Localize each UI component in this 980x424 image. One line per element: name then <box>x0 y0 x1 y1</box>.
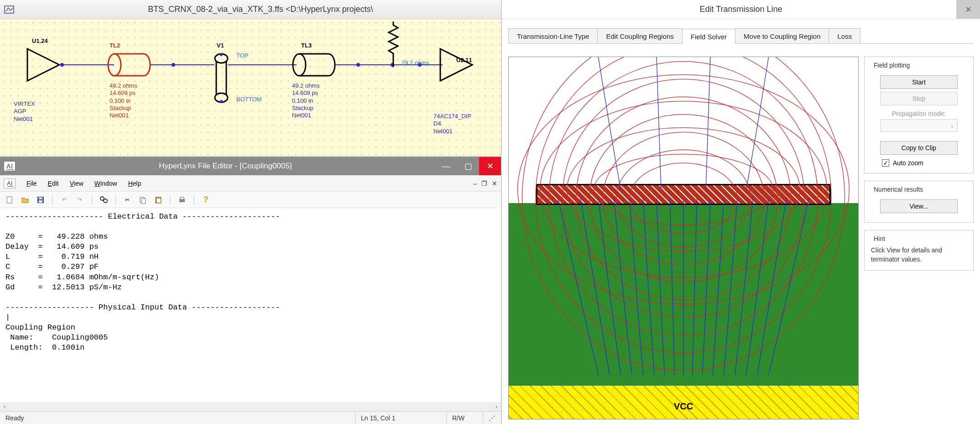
tl2-lines: 49.2 ohms 14.609 ps 0.100 in Stackup Net… <box>109 82 137 119</box>
svg-marker-1 <box>27 49 59 81</box>
schematic-titlebar: BTS_CRNX_08-2_via_via_XTK_3.ffs <D:\Hype… <box>0 0 501 19</box>
dialog-titlebar[interactable]: Edit Transmission Line ✕ <box>502 0 980 19</box>
editor-title: HyperLynx File Editor - [Coupling0005] <box>16 162 435 171</box>
editor-body[interactable]: --------------------- Electrical Data --… <box>0 208 501 411</box>
svg-point-26 <box>104 199 107 203</box>
field-plotting-legend: Field plotting <box>872 62 912 69</box>
copy-icon[interactable] <box>137 194 149 206</box>
resistor-symbol[interactable] <box>388 21 401 67</box>
menu-view[interactable]: View <box>70 180 83 187</box>
print-icon[interactable] <box>176 194 188 206</box>
editor-text[interactable]: --------------------- Electrical Data --… <box>0 208 501 356</box>
field-solver-view[interactable]: VCC <box>508 57 859 419</box>
svg-rect-28 <box>141 199 146 204</box>
svg-rect-23 <box>39 200 42 203</box>
dialog-body: VCC <box>502 47 980 424</box>
menu-help[interactable]: Help <box>128 180 141 187</box>
auto-zoom-checkbox[interactable]: ✓ Auto zoom <box>882 159 967 167</box>
paste-icon[interactable] <box>152 194 164 206</box>
tab-edit-coupling-regions[interactable]: Edit Coupling Regions <box>597 28 682 43</box>
svg-point-6 <box>172 63 175 67</box>
wire-u1-tl2 <box>59 64 114 66</box>
u2-ref: U2.11 <box>456 57 472 63</box>
tl3-lines: 49.2 ohms 14.609 ps 0.100 in Stackup Net… <box>292 82 320 119</box>
svg-rect-30 <box>157 199 161 203</box>
tl3-symbol[interactable] <box>292 52 338 79</box>
mdi-close-button[interactable]: ✕ <box>492 180 497 187</box>
close-button[interactable]: ✕ <box>479 157 501 175</box>
svg-marker-20 <box>440 49 472 81</box>
help-icon[interactable]: ? <box>200 194 212 206</box>
svg-rect-21 <box>7 197 12 203</box>
tab-move-to-coupling-region[interactable]: Move to Coupling Region <box>735 28 829 43</box>
schematic-canvas[interactable]: U1.24 VIRTEX AGP Net001 TL2 49.2 ohms 14… <box>0 19 501 156</box>
tl3-ref: TL3 <box>301 42 312 49</box>
find-icon[interactable] <box>98 194 109 206</box>
start-button[interactable]: Start <box>880 75 958 89</box>
svg-point-16 <box>356 63 360 67</box>
maximize-button[interactable]: ▢ <box>457 157 479 175</box>
status-resize-grip[interactable]: ⋰ <box>483 412 501 424</box>
status-ready: Ready <box>0 412 355 424</box>
scroll-right-icon[interactable]: › <box>492 402 501 411</box>
dialog-close-button[interactable]: ✕ <box>956 0 980 19</box>
tab-transmission-line-type[interactable]: Transmission-Line Type <box>508 28 598 43</box>
propagation-mode-combo: ⌄ <box>880 119 958 132</box>
root: BTS_CRNX_08-2_via_via_XTK_3.ffs <D:\Hype… <box>0 0 980 424</box>
menu-window[interactable]: Window <box>94 180 117 187</box>
schematic-title: BTS_CRNX_08-2_via_via_XTK_3.ffs <D:\Hype… <box>20 5 501 14</box>
u1-symbol[interactable] <box>23 47 64 83</box>
numerical-results-legend: Numerical results <box>872 186 925 193</box>
save-icon[interactable] <box>35 194 47 206</box>
u1-lines: VIRTEX AGP Net001 <box>14 100 35 123</box>
svg-rect-32 <box>180 197 184 199</box>
cut-icon[interactable]: ✂ <box>121 194 133 206</box>
propagation-mode-label: Propagation mode: <box>871 110 967 117</box>
status-position: Ln 15, Col 1 <box>355 412 446 424</box>
tab-field-solver[interactable]: Field Solver <box>682 29 735 44</box>
hint-group: Hint Click View for details and terminat… <box>864 230 974 271</box>
wire-tl2-v1 <box>151 64 214 66</box>
left-pane: BTS_CRNX_08-2_via_via_XTK_3.ffs <D:\Hype… <box>0 0 502 424</box>
svg-point-14 <box>293 54 306 76</box>
new-file-icon[interactable] <box>4 194 16 206</box>
status-readwrite: R/W <box>446 412 483 424</box>
mdi-restore-button[interactable]: ❐ <box>481 180 487 187</box>
u2-symbol[interactable] <box>436 47 477 83</box>
hint-legend: Hint <box>872 235 887 242</box>
auto-zoom-label: Auto zoom <box>893 159 923 167</box>
minimize-button[interactable]: — <box>435 157 457 175</box>
tl2-ref: TL2 <box>109 42 120 49</box>
checkbox-icon[interactable]: ✓ <box>882 159 889 167</box>
menu-file[interactable]: File <box>26 180 37 187</box>
u2-lines: 74AC174_DIP D4 Net001 <box>433 113 471 135</box>
open-file-icon[interactable] <box>19 194 31 206</box>
copy-to-clip-button[interactable]: Copy to Clip <box>880 141 958 155</box>
chevron-down-icon: ⌄ <box>950 122 954 129</box>
hint-text: Click View for details and terminator va… <box>871 246 967 264</box>
editor-menubar: A̲I̲ File Edit View Window Help – ❐ ✕ <box>0 175 501 192</box>
svg-point-4 <box>108 54 121 76</box>
stop-button: Stop <box>880 92 958 105</box>
v1-symbol[interactable] <box>210 52 233 105</box>
svg-rect-0 <box>5 6 14 13</box>
scroll-left-icon[interactable]: ‹ <box>0 402 9 411</box>
u1-ref: U1.24 <box>32 37 48 44</box>
horizontal-scrollbar[interactable]: ‹ › <box>0 402 501 411</box>
redo-icon[interactable]: ↷ <box>74 194 86 206</box>
tab-row: Transmission-Line Type Edit Coupling Reg… <box>508 27 974 44</box>
tl2-symbol[interactable] <box>107 52 153 79</box>
svg-point-11 <box>220 53 223 56</box>
dialog-title: Edit Transmission Line <box>699 5 782 14</box>
menu-edit[interactable]: Edit <box>48 180 59 187</box>
editor-titlebar[interactable]: A̲I̲ HyperLynx File Editor - [Coupling00… <box>0 157 501 175</box>
view-button[interactable]: View... <box>880 199 958 213</box>
schematic-app-icon <box>3 4 16 15</box>
undo-icon[interactable]: ↶ <box>58 194 70 206</box>
right-dialog: Edit Transmission Line ✕ Transmission-Li… <box>502 0 980 424</box>
wire-v1-tl3 <box>228 64 297 66</box>
editor-statusbar: Ready Ln 15, Col 1 R/W ⋰ <box>0 411 501 424</box>
mdi-minimize-button[interactable]: – <box>473 180 477 187</box>
tab-loss[interactable]: Loss <box>829 28 860 43</box>
editor-toolbar: ↶ ↷ ✂ ? <box>0 192 501 208</box>
